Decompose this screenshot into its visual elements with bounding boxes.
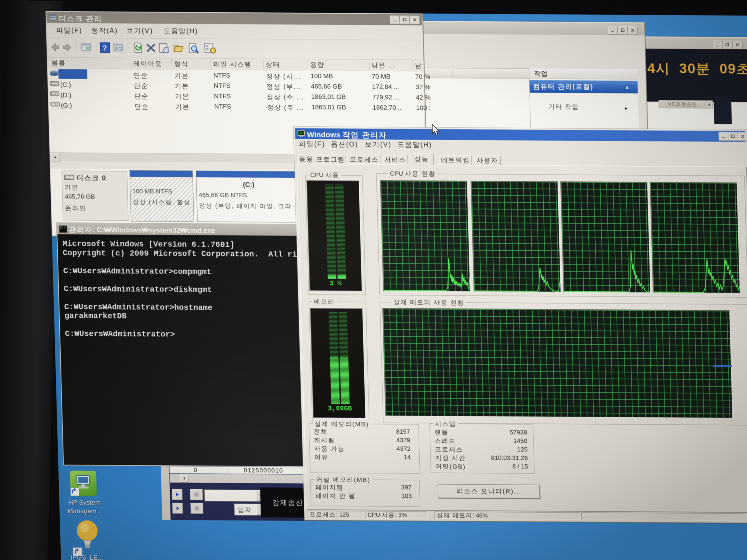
svg-text:?: ? [102, 44, 107, 52]
